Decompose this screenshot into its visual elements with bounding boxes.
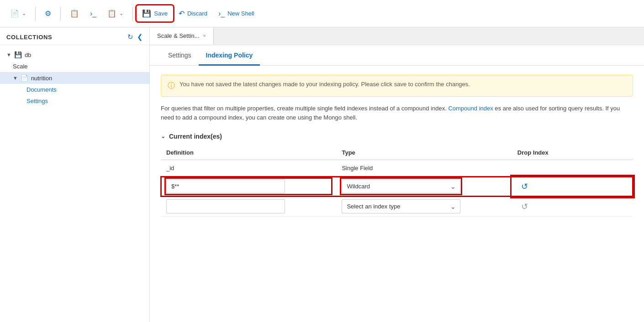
import-icon: 📋 <box>70 9 79 18</box>
col-header-type: Type <box>336 145 512 160</box>
section-chevron: ⌄ <box>161 133 165 140</box>
save-icon: 💾 <box>142 9 151 18</box>
save-button[interactable]: 💾 Save <box>137 6 172 21</box>
new-icon: 📄 <box>10 9 19 18</box>
shell-icon: ›_ <box>218 10 225 18</box>
divider-2 <box>60 7 61 21</box>
sidebar-item-nutrition[interactable]: ▼ 📄 nutrition <box>0 72 149 84</box>
new-button[interactable]: 📄 ⌄ <box>5 6 31 21</box>
sub-tabs: Settings Indexing Policy <box>150 45 644 66</box>
sidebar: COLLECTIONS ↻ ❮ ▼ 💾 db Scale ▼ 📄 nutriti… <box>0 27 150 322</box>
toolbar: 📄 ⌄ ⚙ 📋 ›_ 📋 ⌄ 💾 Save ↶ Discard ›_ New S… <box>0 0 644 27</box>
current-indexes-section[interactable]: ⌄ Current index(es) <box>150 129 644 145</box>
collapse-icon[interactable]: ❮ <box>137 33 143 41</box>
save-label: Save <box>154 10 168 17</box>
discard-label: Discard <box>187 10 207 17</box>
col-header-definition: Definition <box>161 145 336 160</box>
collections-title: COLLECTIONS <box>6 34 52 41</box>
type-value-id: Single Field <box>342 165 373 171</box>
compound-index-link[interactable]: Compound index <box>448 105 493 112</box>
sidebar-item-settings[interactable]: Settings <box>0 95 149 107</box>
divider-1 <box>35 7 36 21</box>
scale-label: Scale <box>13 63 28 70</box>
sidebar-item-documents[interactable]: Documents <box>0 84 149 95</box>
cell-type-id: Single Field <box>336 160 512 177</box>
settings-button[interactable]: ⚙ <box>40 6 56 21</box>
nutrition-label: nutrition <box>31 75 52 82</box>
tab-label: Scale & Settin... <box>157 32 200 39</box>
cell-type-new: Select an index type Single Field Wildca… <box>336 197 512 217</box>
sidebar-header-actions: ↻ ❮ <box>127 33 143 41</box>
tabs-bar: Scale & Settin... × <box>150 27 644 45</box>
info-text: For queries that filter on multiple prop… <box>150 104 644 129</box>
discard-icon: ↶ <box>179 9 185 18</box>
table-row-wildcard: Wildcard Single Field ↺ <box>161 177 633 197</box>
db-icon: 💾 <box>14 51 22 58</box>
toolbar-dropdown-arrow: ⌄ <box>22 10 26 16</box>
cell-drop-wildcard: ↺ <box>512 177 633 197</box>
cell-definition-new <box>161 197 336 217</box>
export-icon: 📋 <box>107 9 116 18</box>
chevron-nutrition: ▼ <box>13 75 18 81</box>
divider-3 <box>132 7 133 21</box>
tab-scale-settings[interactable]: Scale & Settin... × <box>150 27 214 45</box>
revert-button-wildcard[interactable]: ↺ <box>517 180 532 193</box>
terminal-button[interactable]: ›_ <box>85 7 101 21</box>
warning-banner: ⓘ You have not saved the latest changes … <box>161 75 633 97</box>
chevron-db: ▼ <box>6 52 11 57</box>
col-header-drop: Drop Index <box>512 145 633 160</box>
content-area: Scale & Settin... × Settings Indexing Po… <box>150 27 644 322</box>
documents-label: Documents <box>26 86 57 93</box>
settings-icon: ⚙ <box>45 9 51 18</box>
table-row-new: Select an index type Single Field Wildca… <box>161 197 633 217</box>
definition-input-new[interactable] <box>166 199 285 213</box>
export-button[interactable]: 📋 ⌄ <box>103 6 128 21</box>
type-select-new[interactable]: Select an index type Single Field Wildca… <box>342 199 460 213</box>
revert-button-new[interactable]: ↺ <box>517 200 532 213</box>
info-text-part1: For queries that filter on multiple prop… <box>161 105 447 112</box>
type-select-wildcard[interactable]: Wildcard Single Field <box>342 179 460 193</box>
cell-type-wildcard: Wildcard Single Field <box>336 177 512 197</box>
settings-label: Settings <box>26 98 48 104</box>
cell-drop-new: ↺ <box>512 197 633 217</box>
import-button[interactable]: 📋 <box>65 6 84 21</box>
sidebar-tree: ▼ 💾 db Scale ▼ 📄 nutrition Documents Set… <box>0 45 149 110</box>
tab-settings[interactable]: Settings <box>161 45 199 66</box>
tab-close-button[interactable]: × <box>203 33 206 38</box>
discard-button[interactable]: ↶ Discard <box>174 6 212 21</box>
index-table: Definition Type Drop Index _i <box>161 145 633 217</box>
section-label: Current index(es) <box>169 133 222 140</box>
cell-drop-id <box>512 160 633 177</box>
sidebar-item-scale[interactable]: Scale <box>0 61 149 72</box>
warning-text: You have not saved the latest changes ma… <box>179 81 470 88</box>
new-shell-label: New Shell <box>227 10 254 17</box>
terminal-icon: ›_ <box>90 10 96 18</box>
refresh-icon[interactable]: ↻ <box>127 33 133 41</box>
warning-icon: ⓘ <box>168 81 175 91</box>
db-label: db <box>25 52 31 58</box>
collection-icon: 📄 <box>21 74 28 82</box>
tab-indexing-policy[interactable]: Indexing Policy <box>199 45 260 66</box>
definition-input-wildcard[interactable] <box>166 179 285 193</box>
definition-value-id: _id <box>166 165 174 171</box>
main-layout: COLLECTIONS ↻ ❮ ▼ 💾 db Scale ▼ 📄 nutriti… <box>0 27 644 322</box>
table-row-id: _id Single Field <box>161 160 633 177</box>
page-content: Settings Indexing Policy ⓘ You have not … <box>150 45 644 322</box>
new-shell-button[interactable]: ›_ New Shell <box>214 7 259 21</box>
cell-definition-id: _id <box>161 160 336 177</box>
sidebar-item-db[interactable]: ▼ 💾 db <box>0 49 149 61</box>
cell-definition-wildcard <box>161 177 336 197</box>
sidebar-header: COLLECTIONS ↻ ❮ <box>0 27 149 45</box>
